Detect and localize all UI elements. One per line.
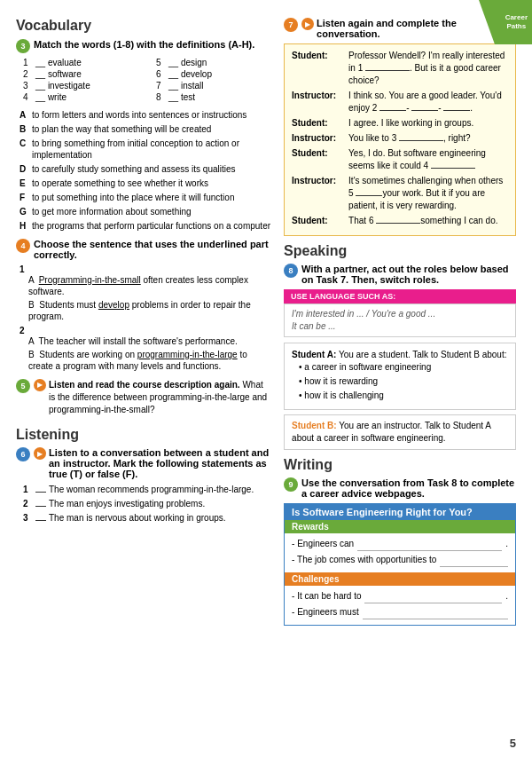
vocab-row-5: 5 __ design <box>156 58 271 67</box>
def-E: E to operate something to see whether it… <box>20 177 271 189</box>
vocab-row-1: 1 __ evaluate <box>23 58 138 67</box>
task4-content: 1 A Programming-in-the-small often creat… <box>20 264 271 372</box>
listen-icon-7: ▶ <box>301 18 314 30</box>
def-B: B to plan the way that something will be… <box>20 123 271 135</box>
listening-section: Listening 6 ▶ Listen to a conversation b… <box>16 427 271 526</box>
task8-text: With a partner, act out the roles below … <box>301 264 516 285</box>
task4-num: 4 <box>16 239 30 253</box>
challenge-line-2: - Engineers must <box>292 605 508 619</box>
task9-text: Use the conversation from Task 8 to comp… <box>301 477 516 499</box>
vocab-row-3: 3 __ investigate <box>23 81 138 91</box>
task4-item-1: 1 A Programming-in-the-small often creat… <box>20 264 271 322</box>
listen-icon-5: ▶ <box>34 379 46 391</box>
def-C: C to bring something from initial concep… <box>20 138 271 161</box>
conv-row-5: Student: Yes, I do. But software enginee… <box>292 147 508 172</box>
task6-header: 6 ▶ Listen to a conversation between a s… <box>16 447 271 479</box>
speaking-section: Speaking 8 With a partner, act out the r… <box>284 243 516 450</box>
right-column: 7 ▶ Listen again and complete the conver… <box>284 18 516 748</box>
task3-num: 3 <box>16 39 30 53</box>
student-a-box: Student A: You are a student. Talk to St… <box>284 343 516 410</box>
task4-2B: B Students are working on programming-in… <box>28 349 271 372</box>
vocab-row-7: 7 __ install <box>156 81 271 91</box>
reward-line-2: - The job comes with opportunities to <box>292 553 508 567</box>
task5: 5 ▶ Listen and read the course descripti… <box>16 379 271 416</box>
conv-row-2: Instructor: I think so. You are a good l… <box>292 90 508 114</box>
conv-row-4: Instructor: You like to 3 , right? <box>292 132 508 145</box>
reward-line-1: - Engineers can . <box>292 537 508 551</box>
writing-title: Writing <box>284 457 516 473</box>
bullet-rewarding: • how it is rewarding <box>299 375 508 388</box>
task4-1B: B Students must develop problems in orde… <box>28 299 271 322</box>
bullet-career: • a career in software engineering <box>299 361 508 374</box>
listen-icon-6: ▶ <box>34 447 46 460</box>
writing-section: Writing 9 Use the conversation from Task… <box>284 450 516 626</box>
vocab-table: 1 __ evaluate 2 __ software 3 __ investi… <box>23 58 271 104</box>
conversation-box: Student: Professor Wendell? I'm really i… <box>284 43 516 236</box>
bullet-challenging: • how it is challenging <box>299 390 508 402</box>
task3: 3 Match the words (1-8) with the definit… <box>16 39 271 232</box>
task4-text: Choose the sentence that uses the underl… <box>34 239 271 260</box>
corner-badge-text: CareerPaths <box>505 13 528 30</box>
main-content: Vocabulary 3 Match the words (1-8) with … <box>16 18 516 748</box>
page-number: 5 <box>510 737 516 750</box>
conv-row-3: Student: I agree. I like working in grou… <box>292 117 508 130</box>
task8-header: 8 With a partner, act out the roles belo… <box>284 264 516 285</box>
listening-title: Listening <box>16 427 271 443</box>
rewards-content: - Engineers can . - The job comes with o… <box>285 533 515 572</box>
speaking-title: Speaking <box>284 243 516 259</box>
vocab-row-2: 2 __ software <box>23 69 138 79</box>
use-language-header: USE LANGUAGE SUCH AS: <box>284 289 516 304</box>
vocab-row-4: 4 __ write <box>23 92 138 102</box>
vocab-col-2: 5 __ design 6 __ develop 7 __ install <box>156 58 271 104</box>
task4-2A: A The teacher will install the software'… <box>28 335 271 347</box>
statement-2: 2 The man enjoys investigating problems. <box>23 498 271 509</box>
vocabulary-section: Vocabulary 3 Match the words (1-8) with … <box>16 18 271 420</box>
student-b-label: Student B: <box>292 421 337 430</box>
challenges-header: Challenges <box>285 572 515 586</box>
conv-row-1: Student: Professor Wendell? I'm really i… <box>292 50 508 87</box>
vocabulary-title: Vocabulary <box>16 18 271 34</box>
def-F: F to put something into the place where … <box>20 192 271 203</box>
task4: 4 Choose the sentence that uses the unde… <box>16 239 271 372</box>
left-column: Vocabulary 3 Match the words (1-8) with … <box>16 18 271 748</box>
task7-text: Listen again and complete the conversati… <box>317 18 516 39</box>
task9-num: 9 <box>284 477 298 492</box>
task6-text: Listen to a conversation between a stude… <box>49 447 271 479</box>
task4-header: 4 Choose the sentence that uses the unde… <box>16 239 271 260</box>
challenge-line-1: - It can be hard to . <box>292 589 508 603</box>
task6: 6 ▶ Listen to a conversation between a s… <box>16 447 271 524</box>
task5-num: 5 <box>16 379 30 393</box>
student-b-box: Student B: You are an instructor. Talk t… <box>284 414 516 450</box>
def-A: A to form letters and words into sentenc… <box>20 109 271 121</box>
task9: 9 Use the conversation from Task 8 to co… <box>284 477 516 626</box>
challenges-content: - It can be hard to . - Engineers must <box>285 586 515 625</box>
vocab-row-6: 6 __ develop <box>156 69 271 79</box>
rewards-header: Rewards <box>285 520 515 533</box>
task7: 7 ▶ Listen again and complete the conver… <box>284 18 516 243</box>
statement-1: 1 The woman recommends programming-in-th… <box>23 484 271 495</box>
task5-header: 5 ▶ Listen and read the course descripti… <box>16 379 271 416</box>
task8-num: 8 <box>284 264 298 278</box>
task9-header: 9 Use the conversation from Task 8 to co… <box>284 477 516 499</box>
conv-row-7: Student: That 6 something I can do. <box>292 215 508 227</box>
task6-num: 6 <box>16 447 30 461</box>
task4-item-2: 2 A The teacher will install the softwar… <box>20 326 271 372</box>
task4-1A: A Programming-in-the-small often creates… <box>28 274 271 297</box>
student-a-label: Student A: You are a student. Talk to St… <box>292 349 508 361</box>
statement-3: 3 The man is nervous about working in gr… <box>23 512 271 524</box>
task7-header: 7 ▶ Listen again and complete the conver… <box>284 18 516 39</box>
def-H: H the programs that perform particular f… <box>20 220 271 232</box>
definition-list: A to form letters and words into sentenc… <box>20 109 271 232</box>
page: Vocabulary 3 Match the words (1-8) with … <box>0 0 532 757</box>
def-G: G to get more information about somethin… <box>20 206 271 217</box>
advice-box: Is Software Engineering Right for You? R… <box>284 503 516 626</box>
vocab-col-1: 1 __ evaluate 2 __ software 3 __ investi… <box>23 58 138 104</box>
statements-list: 1 The woman recommends programming-in-th… <box>23 484 271 524</box>
vocab-row-8: 8 __ test <box>156 92 271 102</box>
use-language-content: I'm interested in ... / You're a good ..… <box>284 304 516 337</box>
def-D: D to carefully study something and asses… <box>20 163 271 175</box>
conv-row-6: Instructor: It's sometimes challenging w… <box>292 175 508 212</box>
advice-header: Is Software Engineering Right for You? <box>285 504 515 520</box>
task3-text: Match the words (1-8) with the definitio… <box>34 39 271 50</box>
task5-text: Listen and read the course description a… <box>49 379 271 416</box>
